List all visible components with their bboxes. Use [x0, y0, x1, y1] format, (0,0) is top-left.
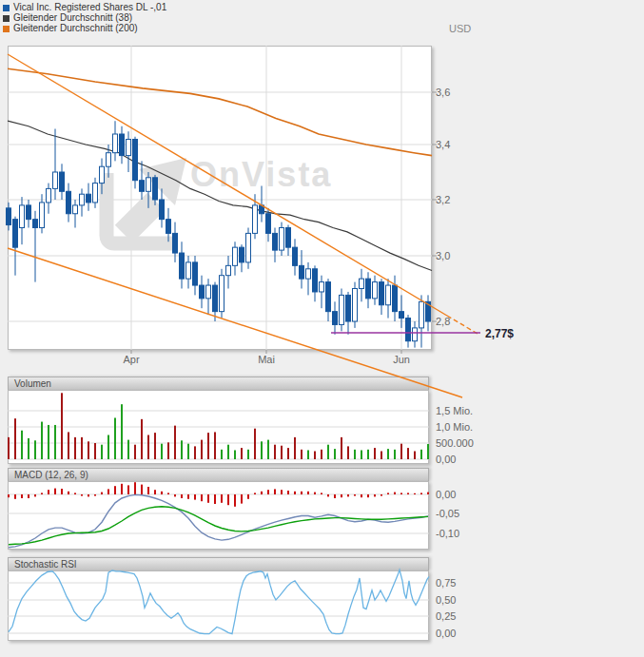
- rsi-y-tick-label: 0,00: [436, 628, 456, 639]
- volume-panel-header: Volumen: [8, 377, 429, 390]
- rsi-y-tick-label: 0,50: [436, 594, 456, 606]
- instrument-swatch-icon: [3, 5, 10, 11]
- x-axis-month-label: Mai: [258, 354, 275, 365]
- legend-item-label: Gleitender Durchschnitt (200): [13, 23, 138, 33]
- price-y-tick-label: 3,6: [436, 87, 450, 98]
- rsi-y-tick-label: 0,25: [436, 610, 456, 622]
- ma38-swatch-icon: [3, 15, 10, 22]
- legend-item-label: Vical Inc. Registered Shares DL -,01: [13, 2, 166, 12]
- rsi-panel-title: Stochastic RSI: [14, 559, 77, 570]
- volume-y-tick-label: 500.000: [436, 437, 474, 449]
- currency-axis-label: USD: [449, 23, 471, 34]
- price-y-tick-label: 2,8: [436, 316, 450, 327]
- macd-panel-header: MACD (12, 26, 9): [8, 468, 429, 481]
- macd-y-tick-label: -0,05: [436, 508, 459, 519]
- macd-plot-area[interactable]: [8, 481, 429, 550]
- volume-y-tick-label: 1,5 Mio.: [436, 405, 473, 416]
- x-axis-month-label: Jun: [393, 354, 410, 365]
- volume-panel-title: Volumen: [14, 378, 51, 389]
- price-y-tick-label: 3,2: [436, 194, 450, 205]
- rsi-panel-header: Stochastic RSI: [8, 557, 429, 570]
- price-y-tick-label: 3,0: [436, 250, 450, 261]
- macd-panel-title: MACD (12, 26, 9): [14, 470, 88, 480]
- macd-y-tick-label: -0,10: [436, 528, 459, 539]
- x-axis-month-label: Apr: [123, 354, 139, 365]
- rsi-plot-area[interactable]: [8, 570, 429, 641]
- legend-item-label: Gleitender Durchschnitt (38): [13, 12, 132, 23]
- rsi-y-tick-label: 0,75: [436, 577, 456, 589]
- legend-item-instrument[interactable]: Vical Inc. Registered Shares DL -,01: [3, 2, 166, 12]
- volume-plot-area[interactable]: [8, 390, 429, 464]
- legend-item-ma38[interactable]: Gleitender Durchschnitt (38): [3, 12, 166, 23]
- price-y-tick-label: 3,4: [436, 139, 450, 150]
- price-plot-area[interactable]: [8, 46, 432, 350]
- legend: Vical Inc. Registered Shares DL -,01 Gle…: [3, 2, 166, 33]
- ma200-swatch-icon: [3, 26, 10, 32]
- volume-y-tick-label: 1,0 Mio.: [436, 421, 473, 433]
- onvista-watermark: OnVista: [190, 155, 332, 195]
- chart-page: Vical Inc. Registered Shares DL -,01 Gle…: [0, 0, 644, 657]
- macd-y-tick-label: 0,00: [436, 489, 456, 500]
- last-price-label: 2,77$: [485, 327, 514, 340]
- volume-y-tick-label: 0,00: [436, 454, 456, 465]
- legend-item-ma200[interactable]: Gleitender Durchschnitt (200): [3, 23, 166, 33]
